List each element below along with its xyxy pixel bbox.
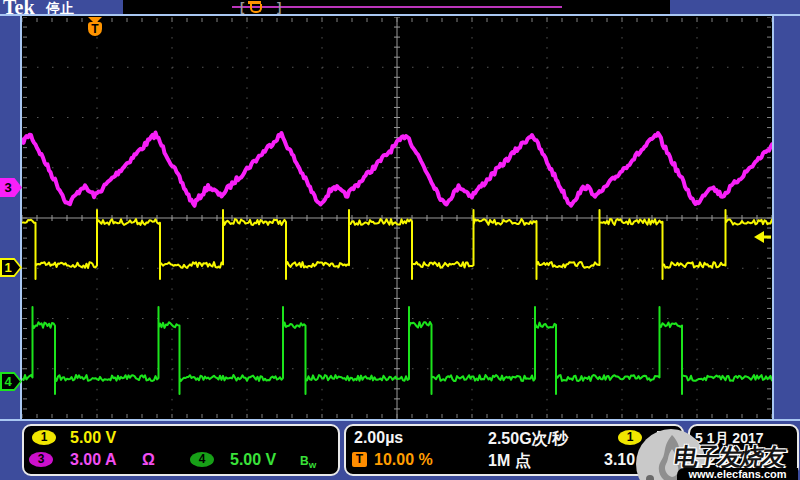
record-view-bracket-right: ] xyxy=(277,0,281,14)
timebase-readout[interactable]: 2.00µs xyxy=(354,429,403,447)
channel4-badge[interactable]: 4 xyxy=(190,452,214,467)
sample-rate-readout: 2.50G次/秒 xyxy=(488,429,568,450)
channel1-position-marker[interactable]: 1 xyxy=(0,258,22,277)
trigger-position-badge[interactable]: T xyxy=(88,22,102,36)
channel-readout-box: 1 5.00 V 3 3.00 A Ω 4 5.00 V BW xyxy=(22,424,340,476)
watermark-url: www.elecfans.com xyxy=(677,468,798,480)
horizontal-trigger-readout-box: 2.00µs 2.50G次/秒 1 T 10.00 % 1M 点 3.10 V xyxy=(344,424,684,476)
record-view-bracket-left: [ xyxy=(240,0,244,14)
horizontal-position-readout[interactable]: 10.00 % xyxy=(374,451,433,469)
record-view-trigger-icon-body xyxy=(250,4,262,13)
bw-sub: W xyxy=(309,461,317,470)
horizontal-position-icon[interactable]: T xyxy=(352,452,367,467)
record-view-strip: [ ] xyxy=(123,0,670,14)
channel1-badge[interactable]: 1 xyxy=(32,430,56,445)
channel3-badge[interactable]: 3 xyxy=(29,452,53,467)
channel3-coupling[interactable]: Ω xyxy=(142,451,155,469)
channel3-marker-label: 3 xyxy=(0,178,16,197)
trigger-arrow-head xyxy=(754,231,764,243)
trigger-arrow-tail xyxy=(764,236,771,239)
channel3-scale[interactable]: 3.00 A xyxy=(70,451,117,469)
record-length-readout: 1M 点 xyxy=(488,451,531,472)
bw-main: B xyxy=(300,454,309,468)
channel3-position-marker[interactable]: 3 xyxy=(0,178,22,197)
trigger-level-arrow-icon[interactable] xyxy=(754,231,771,243)
record-view-waveform-line xyxy=(232,6,562,8)
channel4-marker-label: 4 xyxy=(0,372,16,391)
waveform-plot xyxy=(22,17,772,419)
oscilloscope-screen: Tek 停止 [ ] T 3 1 4 1 5.00 V 3 3.00 A Ω 4… xyxy=(0,0,800,480)
channel4-scale[interactable]: 5.00 V xyxy=(230,451,276,469)
channel1-scale[interactable]: 5.00 V xyxy=(70,429,116,447)
channel4-bandwidth-limit-icon: BW xyxy=(300,454,316,470)
channel4-position-marker[interactable]: 4 xyxy=(0,372,22,391)
channel1-marker-label: 1 xyxy=(0,258,16,277)
